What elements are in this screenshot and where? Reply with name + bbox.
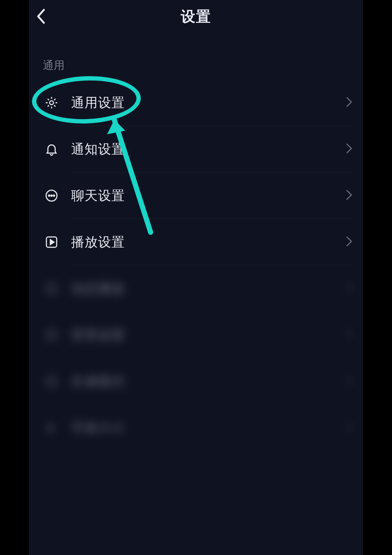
- row-label: 动态播放: [71, 280, 125, 298]
- row-label: 背景设置: [71, 326, 125, 344]
- chevron-right-icon: [346, 143, 353, 156]
- chevron-right-icon: [346, 328, 353, 342]
- row-blurred-item[interactable]: 长者模式: [29, 358, 363, 405]
- svg-point-8: [47, 330, 57, 340]
- svg-point-7: [47, 284, 57, 294]
- page-title: 设置: [181, 7, 211, 26]
- svg-marker-6: [50, 240, 54, 244]
- row-label: 通用设置: [71, 94, 125, 112]
- font-icon: [43, 419, 60, 437]
- svg-point-0: [50, 101, 54, 105]
- row-blurred-item[interactable]: 字体大小: [29, 405, 363, 451]
- chevron-left-icon: [36, 8, 47, 24]
- row-general-settings[interactable]: 通用设置: [29, 79, 363, 126]
- row-chat-settings[interactable]: 聊天设置: [29, 172, 363, 219]
- chat-icon: [43, 187, 60, 204]
- row-playback-settings[interactable]: 播放设置: [29, 219, 363, 265]
- section-label: 通用: [29, 33, 363, 79]
- row-blurred-item[interactable]: 背景设置: [29, 312, 363, 358]
- row-notification-settings[interactable]: 通知设置: [29, 126, 363, 172]
- chevron-right-icon: [346, 282, 353, 295]
- play-icon: [43, 233, 60, 251]
- header: 设置: [29, 0, 363, 33]
- svg-point-9: [47, 377, 57, 387]
- settings-list: 通用设置 通知设置: [29, 79, 363, 451]
- generic-icon: [43, 373, 60, 390]
- settings-screen: 设置 通用 通用设置 通知设置: [29, 0, 363, 555]
- back-button[interactable]: [33, 8, 50, 25]
- svg-point-3: [51, 195, 52, 196]
- row-label: 聊天设置: [71, 187, 125, 205]
- bell-icon: [43, 140, 60, 158]
- generic-icon: [43, 326, 60, 344]
- chevron-right-icon: [346, 375, 353, 388]
- chevron-right-icon: [346, 189, 353, 202]
- row-label: 播放设置: [71, 233, 125, 251]
- svg-point-2: [49, 195, 50, 196]
- row-label: 通知设置: [71, 140, 125, 158]
- gear-icon: [43, 94, 60, 111]
- row-label: 长者模式: [71, 373, 125, 391]
- svg-point-4: [53, 195, 54, 196]
- chevron-right-icon: [346, 96, 353, 109]
- row-blurred-item[interactable]: 动态播放: [29, 265, 363, 312]
- generic-icon: [43, 280, 60, 297]
- chevron-right-icon: [346, 236, 353, 249]
- row-label: 字体大小: [71, 419, 125, 437]
- chevron-right-icon: [346, 421, 353, 434]
